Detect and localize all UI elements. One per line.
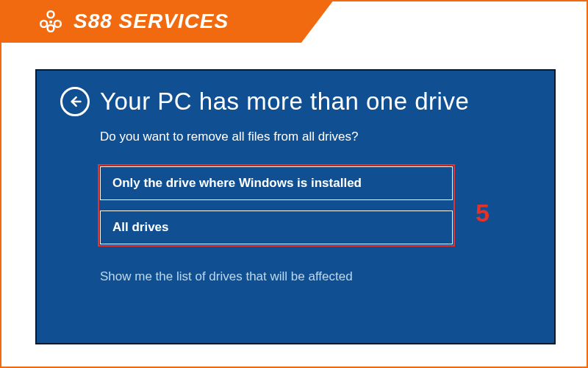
brand-text: S88 SERVICES xyxy=(74,10,229,33)
title-row: Your PC has more than one drive xyxy=(60,87,532,116)
options-group: Only the drive where Windows is installe… xyxy=(100,166,453,244)
svg-point-1 xyxy=(40,21,47,27)
svg-point-0 xyxy=(48,11,54,18)
option-only-windows-drive[interactable]: Only the drive where Windows is installe… xyxy=(100,166,453,200)
recovery-screen: Your PC has more than one drive Do you w… xyxy=(35,69,556,344)
svg-point-2 xyxy=(54,21,61,27)
brand-logo-icon xyxy=(38,9,63,34)
show-affected-drives-link[interactable]: Show me the list of drives that will be … xyxy=(100,269,532,284)
brand-bar: S88 SERVICES xyxy=(0,0,301,43)
arrow-left-icon xyxy=(68,94,82,109)
page-subtitle: Do you want to remove all files from all… xyxy=(100,130,532,144)
page-title: Your PC has more than one drive xyxy=(100,88,469,116)
svg-point-3 xyxy=(48,25,54,32)
option-all-drives[interactable]: All drives xyxy=(100,210,453,244)
svg-point-4 xyxy=(49,21,52,24)
annotation-step-number: 5 xyxy=(476,199,490,227)
back-button[interactable] xyxy=(60,87,90,116)
